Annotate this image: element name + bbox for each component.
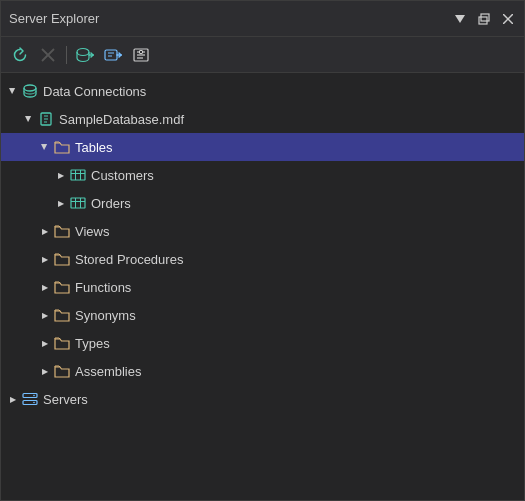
customers-item[interactable]: ▶ Customers [1, 161, 524, 189]
float-btn[interactable] [476, 11, 492, 27]
svg-point-38 [33, 395, 35, 397]
data-connections-icon [21, 82, 39, 100]
server-explorer-window: Server Explorer [0, 0, 525, 501]
customers-icon [69, 166, 87, 184]
title-bar-left: Server Explorer [9, 11, 99, 26]
close-btn[interactable] [500, 11, 516, 27]
tables-label: Tables [75, 140, 113, 155]
orders-icon [69, 194, 87, 212]
assemblies-label: Assemblies [75, 364, 141, 379]
assemblies-item[interactable]: ▶ Assemblies [1, 357, 524, 385]
title-bar-controls [452, 11, 516, 27]
stored-procedures-label: Stored Procedures [75, 252, 183, 267]
toolbar-sep-1 [66, 46, 67, 64]
views-item[interactable]: ▶ Views [1, 217, 524, 245]
orders-label: Orders [91, 196, 131, 211]
synonyms-arrow: ▶ [37, 307, 53, 323]
orders-item[interactable]: ▶ Orders [1, 189, 524, 217]
servers-arrow: ▶ [5, 391, 21, 407]
svg-rect-11 [105, 50, 117, 60]
servers-label: Servers [43, 392, 88, 407]
svg-rect-22 [140, 50, 143, 53]
orders-arrow: ▶ [53, 195, 69, 211]
assemblies-icon [53, 362, 71, 380]
title-bar: Server Explorer [1, 1, 524, 37]
svg-rect-37 [23, 401, 37, 405]
dropdown-btn[interactable] [452, 11, 468, 27]
tables-item[interactable]: ▶ Tables [1, 133, 524, 161]
servers-item[interactable]: ▶ Servers [1, 385, 524, 413]
database-item[interactable]: ▶ SampleDatabase.mdf [1, 105, 524, 133]
database-arrow: ▶ [21, 111, 37, 127]
svg-rect-36 [23, 394, 37, 398]
database-icon [37, 110, 55, 128]
stop-button[interactable] [35, 42, 61, 68]
servers-icon [21, 390, 39, 408]
toolbar [1, 37, 524, 73]
stored-procedures-arrow: ▶ [37, 251, 53, 267]
views-label: Views [75, 224, 109, 239]
svg-marker-0 [455, 15, 465, 23]
data-connections-item[interactable]: ▶ Data Connections [1, 77, 524, 105]
stored-procedures-icon [53, 250, 71, 268]
svg-rect-32 [71, 198, 85, 208]
connect-server-button[interactable] [100, 42, 126, 68]
data-connections-label: Data Connections [43, 84, 146, 99]
svg-point-7 [77, 48, 89, 55]
functions-icon [53, 278, 71, 296]
types-item[interactable]: ▶ Types [1, 329, 524, 357]
assemblies-arrow: ▶ [37, 363, 53, 379]
stored-procedures-item[interactable]: ▶ Stored Procedures [1, 245, 524, 273]
tables-arrow: ▶ [37, 139, 53, 155]
svg-rect-28 [71, 170, 85, 180]
functions-arrow: ▶ [37, 279, 53, 295]
synonyms-icon [53, 306, 71, 324]
window-title: Server Explorer [9, 11, 99, 26]
tree-view: ▶ Data Connections ▶ [1, 73, 524, 500]
types-arrow: ▶ [37, 335, 53, 351]
synonyms-item[interactable]: ▶ Synonyms [1, 301, 524, 329]
customers-label: Customers [91, 168, 154, 183]
svg-point-39 [33, 402, 35, 404]
refresh-button[interactable] [7, 42, 33, 68]
filter-button[interactable] [128, 42, 154, 68]
customers-arrow: ▶ [53, 167, 69, 183]
database-label: SampleDatabase.mdf [59, 112, 184, 127]
synonyms-label: Synonyms [75, 308, 136, 323]
types-icon [53, 334, 71, 352]
data-connections-arrow: ▶ [5, 83, 21, 99]
functions-label: Functions [75, 280, 131, 295]
functions-item[interactable]: ▶ Functions [1, 273, 524, 301]
svg-point-23 [24, 85, 36, 91]
types-label: Types [75, 336, 110, 351]
tables-icon [53, 138, 71, 156]
views-icon [53, 222, 71, 240]
connect-db-button[interactable] [72, 42, 98, 68]
views-arrow: ▶ [37, 223, 53, 239]
